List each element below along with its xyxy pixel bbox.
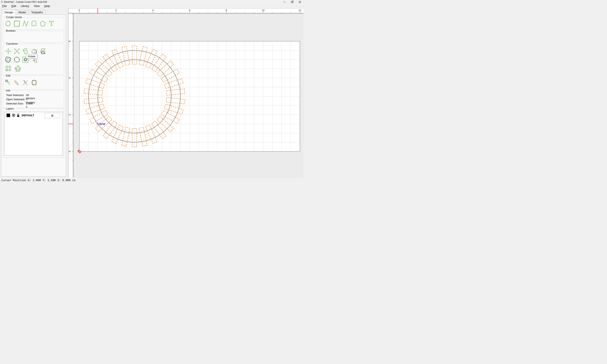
group-title: Create Vector bbox=[5, 16, 23, 19]
minimize-button[interactable] bbox=[281, 0, 288, 4]
layer-color-swatch[interactable] bbox=[7, 114, 10, 117]
layer-row[interactable]: DEFAULT ⚙ bbox=[4, 112, 63, 118]
create-vector-group: Create Vector T bbox=[3, 17, 64, 30]
svg-text:10: 10 bbox=[262, 9, 264, 12]
circular-array-icon[interactable] bbox=[14, 65, 21, 72]
create-circle-icon[interactable] bbox=[5, 20, 12, 27]
svg-text:0: 0 bbox=[79, 9, 80, 12]
transform-group: Transform bbox=[3, 44, 64, 75]
status-bar: Cursor Position X: 1.000 Y: 1.500 Z: 0.0… bbox=[0, 178, 304, 182]
curve-fit-icon[interactable] bbox=[13, 79, 20, 86]
tab-toolpaths[interactable]: Toolpaths bbox=[29, 10, 46, 15]
horizontal-ruler[interactable]: 024681012 bbox=[73, 8, 304, 13]
group-title: Layers bbox=[5, 107, 15, 110]
snap-indicator-label: Grid bbox=[99, 122, 105, 126]
layer-name: DEFAULT bbox=[22, 114, 34, 117]
svg-text:0: 0 bbox=[68, 151, 71, 152]
layer-list: DEFAULT ⚙ bbox=[4, 112, 63, 156]
create-text-icon[interactable]: T bbox=[48, 20, 55, 27]
create-curve-icon[interactable] bbox=[31, 20, 38, 27]
edit-group: Edit bbox=[3, 76, 64, 90]
svg-text:2: 2 bbox=[116, 9, 117, 12]
node-edit-icon[interactable] bbox=[5, 79, 12, 86]
cursor-position-readout: Cursor Position X: 1.000 Y: 1.500 Z: 0.0… bbox=[1, 179, 76, 182]
info-group: Info Total Selected: 30 Vectors Open Sel… bbox=[3, 91, 64, 108]
window-controls bbox=[281, 0, 304, 4]
create-rectangle-icon[interactable] bbox=[13, 20, 20, 27]
linear-array-icon[interactable] bbox=[5, 65, 12, 72]
origin-marker bbox=[78, 150, 81, 153]
svg-text:2: 2 bbox=[68, 114, 71, 115]
info-open-selected: Open Selected: 0 Vectors bbox=[6, 98, 25, 101]
close-icon[interactable] bbox=[296, 0, 304, 4]
vertical-ruler[interactable]: 6420 bbox=[68, 13, 73, 178]
group-title: Edit bbox=[5, 74, 11, 77]
rotate-tooltip: Rotate bbox=[26, 54, 37, 59]
fillet-corners-icon[interactable] bbox=[13, 56, 20, 63]
application-window: C [NewFile]* - Carbide Create PRO, Build… bbox=[0, 0, 304, 182]
move-icon[interactable] bbox=[5, 48, 12, 54]
break-vector-icon[interactable] bbox=[22, 79, 29, 86]
menu-bar: FileEditLibraryViewHelp bbox=[0, 4, 304, 8]
boolean-group: Boolean bbox=[3, 31, 64, 43]
menu-edit[interactable]: Edit bbox=[9, 4, 18, 8]
ruler-corner bbox=[68, 8, 73, 13]
offset-vectors-icon[interactable] bbox=[5, 56, 12, 63]
design-canvas[interactable]: Grid bbox=[73, 13, 304, 178]
svg-text:12: 12 bbox=[299, 9, 301, 12]
create-polygon-icon[interactable] bbox=[40, 20, 46, 27]
layers-group: Layers DEFAULT ⚙ bbox=[3, 109, 64, 157]
info-selected-size: Selected Size: 5.496 x 5.500 bbox=[6, 102, 24, 105]
menu-view[interactable]: View bbox=[31, 4, 42, 8]
scale-icon[interactable] bbox=[13, 48, 20, 54]
svg-text:6: 6 bbox=[68, 41, 71, 42]
tab-model[interactable]: Model bbox=[16, 10, 28, 15]
gear-icon: ⚙ bbox=[51, 114, 54, 117]
svg-text:4: 4 bbox=[152, 9, 154, 12]
menu-library[interactable]: Library bbox=[18, 4, 31, 8]
group-title: Info bbox=[5, 89, 11, 92]
group-title: Transform bbox=[5, 42, 19, 45]
svg-text:6: 6 bbox=[189, 9, 190, 12]
mirror-icon[interactable] bbox=[31, 48, 38, 54]
restore-button[interactable] bbox=[288, 0, 296, 4]
menu-file[interactable]: File bbox=[0, 4, 9, 8]
title-bar: C [NewFile]* - Carbide Create PRO, Build… bbox=[0, 0, 304, 4]
svg-text:T: T bbox=[49, 20, 53, 27]
sidebar-tabs: DesignModelToolpaths bbox=[2, 10, 46, 15]
create-polyline-icon[interactable] bbox=[22, 20, 29, 27]
tab-design[interactable]: Design bbox=[2, 10, 16, 15]
layer-unlock-icon[interactable] bbox=[17, 114, 20, 117]
layer-settings-button[interactable]: ⚙ bbox=[44, 113, 60, 118]
app-logo-icon: C bbox=[1, 0, 3, 4]
design-panel: Create Vector T bbox=[1, 14, 66, 177]
scale-handles-icon[interactable] bbox=[31, 79, 38, 86]
layer-visibility-icon[interactable] bbox=[12, 114, 15, 117]
rotate-icon[interactable] bbox=[22, 48, 29, 54]
flip-icon[interactable] bbox=[40, 48, 46, 54]
svg-text:4: 4 bbox=[68, 77, 71, 78]
menu-help[interactable]: Help bbox=[42, 4, 52, 8]
svg-text:8: 8 bbox=[226, 9, 227, 12]
info-total-selected: Total Selected: 30 Vectors bbox=[6, 93, 24, 97]
group-title: Boolean bbox=[5, 29, 16, 32]
window-title: [NewFile]* - Carbide Create PRO, Build 8… bbox=[4, 1, 47, 3]
